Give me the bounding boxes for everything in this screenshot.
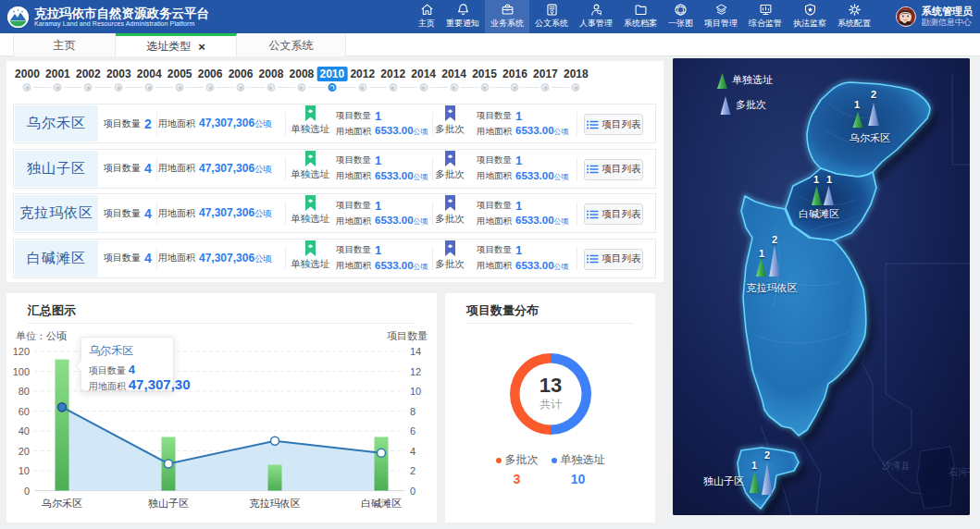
project-list-label: 项目列表 (602, 252, 641, 265)
timeline-year-dot[interactable] (23, 83, 31, 92)
svg-text:20: 20 (19, 446, 30, 457)
bookmark-green-icon (305, 105, 316, 121)
chart-tooltip: 乌尔禾区 项目数量 4 用地面积 47,307,30 (81, 337, 174, 391)
nav-item[interactable]: 人事管理 (574, 0, 618, 33)
timeline-year[interactable]: 2002 (73, 63, 104, 100)
timeline-year[interactable]: 2015 (469, 63, 500, 100)
nav-icon (714, 3, 728, 17)
stat-value: 1 (515, 110, 522, 122)
timeline-year-dot[interactable] (572, 83, 580, 92)
timeline-year[interactable]: 2014 (439, 63, 469, 100)
nav-item[interactable]: 业务系统 (485, 0, 529, 33)
nav-icon (420, 3, 434, 17)
tab-label: 公文系统 (269, 38, 314, 54)
marker-count: 2 (764, 449, 770, 461)
nav-icon (501, 3, 515, 17)
nav-item-label: 一张图 (668, 18, 693, 30)
timeline-year[interactable]: 2006 (226, 63, 256, 100)
stat-label: 用地面积 (477, 170, 512, 182)
timeline-year[interactable]: 2005 (165, 63, 195, 100)
timeline-year-dot[interactable] (115, 83, 123, 92)
project-count-label: 项目数量 (104, 252, 141, 264)
stat-value: 6533.00公顷 (375, 125, 428, 138)
stat-value: 6533.00公顷 (515, 260, 569, 273)
timeline-year-dot[interactable] (54, 83, 62, 92)
timeline-year-dot[interactable] (328, 83, 336, 92)
tab[interactable]: 公文系统 (237, 33, 346, 56)
multi-batch-badge: 多批次 (429, 240, 470, 277)
donut-total-label: 共计 (510, 397, 591, 412)
project-list-button[interactable]: 项目列表 (584, 114, 643, 135)
timeline-year[interactable]: 2006 (195, 63, 226, 100)
district-name: 乌尔禾区 (15, 105, 98, 141)
user-name: 系统管理员 (922, 6, 973, 18)
svg-text:白碱滩区: 白碱滩区 (361, 498, 402, 509)
timeline-year-dot[interactable] (541, 83, 550, 92)
project-count-value: 2 (144, 117, 152, 131)
stat-label: 用地面积 (477, 260, 512, 272)
nav-item[interactable]: 重要通知 (440, 0, 485, 33)
timeline-year-dot[interactable] (480, 83, 489, 92)
timeline-year[interactable]: 2008 (286, 63, 316, 100)
timeline-year-dot[interactable] (389, 83, 397, 92)
timeline-year[interactable]: 2008 (256, 63, 287, 100)
timeline-year-label: 2005 (165, 67, 195, 81)
timeline-year[interactable]: 2012 (378, 63, 408, 100)
tab-close-icon[interactable]: × (198, 41, 205, 53)
project-list-label: 项目列表 (602, 163, 641, 176)
project-list-button[interactable]: 项目列表 (584, 249, 643, 270)
project-count-value: 4 (144, 206, 152, 221)
timeline-year-dot[interactable] (237, 83, 245, 92)
nav-item[interactable]: 一张图 (663, 0, 699, 33)
timeline-year[interactable]: 2001 (43, 63, 73, 100)
timeline-year-dot[interactable] (297, 83, 305, 92)
summary-chart-panel: 汇总图示 单位：公顷 项目数量 001022044066088010100121… (6, 293, 437, 523)
timeline-year[interactable]: 2012 (347, 63, 378, 100)
nav-item[interactable]: 公文系统 (529, 0, 574, 33)
app-titles: 克拉玛依市自然资源政务云平台 Karamay Land and Resource… (34, 6, 209, 28)
timeline-year-dot[interactable] (419, 83, 428, 92)
user-info[interactable]: 系统管理员 勘测信息中心 (896, 0, 973, 33)
district-land-area: 用地面积 47,307,306公顷 (158, 105, 272, 142)
marker-count: 1 (854, 99, 860, 110)
district-row: 克拉玛依区 项目数量 4 用地面积 47,307,306公顷 (13, 193, 656, 233)
timeline-year[interactable]: 2018 (561, 63, 591, 100)
timeline-year[interactable]: 2000 (12, 63, 43, 100)
timeline-year[interactable]: 2003 (104, 63, 134, 100)
timeline-year-dot[interactable] (358, 83, 366, 92)
single-site-label: 单独选址 (291, 213, 329, 226)
project-list-label: 项目列表 (602, 208, 641, 221)
divider (156, 202, 157, 225)
timeline-year-label: 2018 (561, 67, 591, 81)
nav-icon (545, 3, 559, 17)
timeline-year[interactable]: 2016 (500, 63, 530, 100)
multi-batch-badge: 多批次 (429, 105, 470, 142)
tab[interactable]: 主页 (13, 33, 116, 56)
district-land-area: 用地面积 47,307,306公顷 (158, 240, 272, 277)
legend-value: 10 (552, 472, 605, 486)
project-list-button[interactable]: 项目列表 (584, 159, 643, 180)
nav-item[interactable]: 执法监察 (788, 0, 832, 33)
timeline-year-dot[interactable] (145, 83, 154, 92)
timeline-year-dot[interactable] (206, 83, 215, 92)
nav-item[interactable]: 综合监管 (743, 0, 788, 33)
stat-label: 项目数量 (336, 110, 371, 122)
timeline-year-dot[interactable] (511, 83, 519, 92)
timeline-year[interactable]: 2014 (408, 63, 439, 100)
nav-item[interactable]: 系统档案 (618, 0, 663, 33)
project-list-button[interactable]: 项目列表 (584, 203, 643, 225)
timeline-year-dot[interactable] (267, 83, 275, 92)
nav-item[interactable]: 项目管理 (699, 0, 743, 33)
nav-item[interactable]: 系统配置 (832, 0, 876, 33)
svg-text:独山子区: 独山子区 (148, 498, 189, 509)
timeline-year-dot[interactable] (176, 83, 184, 92)
timeline-year-dot[interactable] (84, 83, 93, 92)
karamay-map[interactable]: 沙湾县 石河子 单独选址 多批次 1 2 乌尔禾区 (673, 58, 970, 515)
timeline-year-dot[interactable] (450, 83, 458, 92)
tab[interactable]: 选址类型 × (116, 33, 237, 56)
timeline-year[interactable]: 2017 (530, 63, 561, 100)
nav-item[interactable]: 主页 (413, 0, 440, 33)
divider (285, 112, 286, 135)
timeline-year[interactable]: 2004 (134, 63, 165, 100)
timeline-year[interactable]: 2010 (316, 63, 347, 100)
